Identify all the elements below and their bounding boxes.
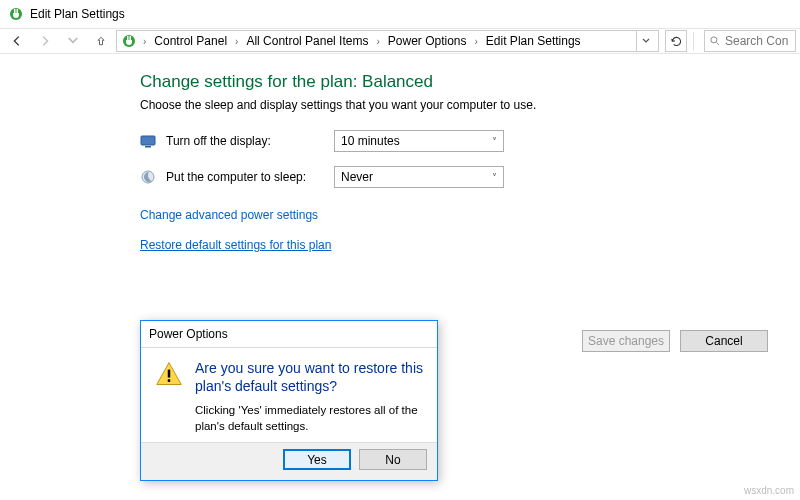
chevron-down-icon: ˅ xyxy=(492,172,497,183)
search-placeholder: Search Con xyxy=(725,34,788,48)
dialog-heading: Are you sure you want to restore this pl… xyxy=(195,360,423,395)
svg-rect-4 xyxy=(127,36,129,40)
nav-bar: › Control Panel › All Control Panel Item… xyxy=(0,28,800,54)
refresh-button[interactable] xyxy=(665,30,687,52)
dialog-yes-button[interactable]: Yes xyxy=(283,449,351,470)
save-changes-button[interactable]: Save changes xyxy=(582,330,670,352)
footer-buttons: Save changes Cancel xyxy=(582,330,768,352)
back-button[interactable] xyxy=(4,30,30,52)
breadcrumb-item[interactable]: All Control Panel Items xyxy=(242,34,372,48)
breadcrumb-item[interactable]: Power Options xyxy=(384,34,471,48)
recent-dropdown[interactable] xyxy=(60,30,86,52)
separator xyxy=(693,32,694,50)
sleep-select[interactable]: Never ˅ xyxy=(334,166,504,188)
address-bar[interactable]: › Control Panel › All Control Panel Item… xyxy=(116,30,659,52)
display-timeout-select[interactable]: 10 minutes ˅ xyxy=(334,130,504,152)
sleep-label: Put the computer to sleep: xyxy=(166,170,334,184)
svg-rect-1 xyxy=(14,9,16,13)
watermark: wsxdn.com xyxy=(744,485,794,496)
chevron-right-icon[interactable]: › xyxy=(141,36,148,47)
page-heading: Change settings for the plan: Balanced xyxy=(140,72,800,92)
display-timeout-row: Turn off the display: 10 minutes ˅ xyxy=(140,130,800,152)
dialog-title: Power Options xyxy=(141,321,437,347)
chevron-right-icon[interactable]: › xyxy=(374,36,381,47)
dialog-body-text: Clicking 'Yes' immediately restores all … xyxy=(195,403,423,434)
cancel-button[interactable]: Cancel xyxy=(680,330,768,352)
title-bar: Edit Plan Settings xyxy=(0,0,800,28)
main-content: Change settings for the plan: Balanced C… xyxy=(0,54,800,252)
restore-defaults-link[interactable]: Restore default settings for this plan xyxy=(140,238,331,252)
confirm-dialog: Power Options Are you sure you want to r… xyxy=(140,320,438,481)
chevron-right-icon[interactable]: › xyxy=(473,36,480,47)
power-plug-icon xyxy=(8,6,24,22)
sleep-value: Never xyxy=(341,170,373,184)
display-timeout-value: 10 minutes xyxy=(341,134,400,148)
address-dropdown[interactable] xyxy=(636,31,654,51)
moon-icon xyxy=(140,169,156,185)
chevron-down-icon: ˅ xyxy=(492,136,497,147)
forward-button[interactable] xyxy=(32,30,58,52)
svg-rect-11 xyxy=(168,370,170,378)
dialog-button-row: Yes No xyxy=(141,442,437,480)
display-timeout-label: Turn off the display: xyxy=(166,134,334,148)
search-icon xyxy=(709,35,721,47)
window-title: Edit Plan Settings xyxy=(30,7,125,21)
breadcrumb-item[interactable]: Control Panel xyxy=(150,34,231,48)
chevron-right-icon[interactable]: › xyxy=(233,36,240,47)
svg-rect-9 xyxy=(145,146,151,148)
display-icon xyxy=(140,133,156,149)
breadcrumb-item[interactable]: Edit Plan Settings xyxy=(482,34,585,48)
svg-point-6 xyxy=(711,37,717,43)
dialog-no-button[interactable]: No xyxy=(359,449,427,470)
svg-rect-2 xyxy=(17,9,19,13)
page-description: Choose the sleep and display settings th… xyxy=(140,98,800,112)
svg-rect-12 xyxy=(168,379,170,382)
svg-rect-8 xyxy=(141,136,155,145)
warning-icon xyxy=(155,360,183,388)
svg-line-7 xyxy=(717,43,719,45)
svg-rect-5 xyxy=(130,36,132,40)
power-plug-icon xyxy=(121,33,137,49)
sleep-row: Put the computer to sleep: Never ˅ xyxy=(140,166,800,188)
advanced-settings-link[interactable]: Change advanced power settings xyxy=(140,208,318,222)
up-button[interactable] xyxy=(88,30,114,52)
search-input[interactable]: Search Con xyxy=(704,30,796,52)
